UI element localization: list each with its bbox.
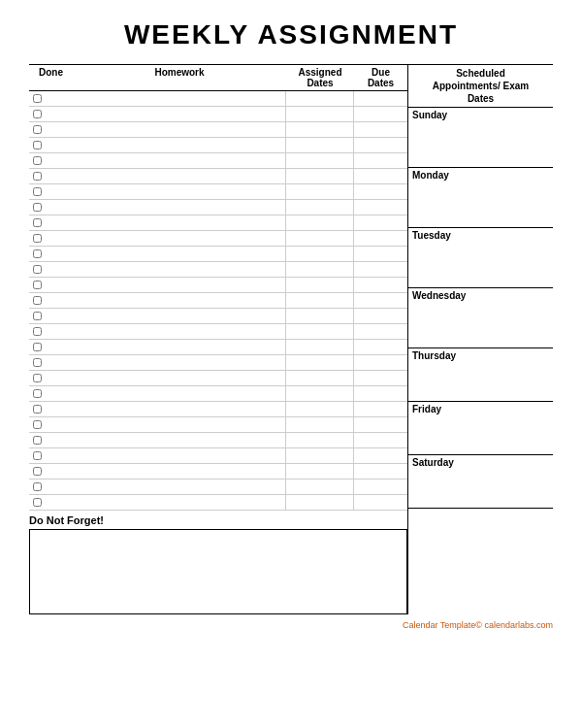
table-row: [29, 262, 407, 278]
checkbox-input[interactable]: [33, 358, 42, 367]
row-checkbox[interactable]: [29, 405, 73, 414]
row-checkbox[interactable]: [29, 374, 73, 382]
due-cell: [354, 247, 407, 261]
left-section: Done Homework Assigned Dates Due Dates: [29, 64, 407, 614]
row-checkbox[interactable]: [29, 94, 73, 103]
homework-cell: [73, 278, 286, 292]
assigned-cell: [286, 138, 354, 152]
col-header-assigned: Assigned Dates: [286, 67, 354, 88]
due-cell: [354, 371, 407, 385]
row-checkbox[interactable]: [29, 156, 73, 165]
due-cell: [354, 324, 407, 339]
row-checkbox[interactable]: [29, 249, 73, 258]
row-checkbox[interactable]: [29, 234, 73, 243]
table-row: [29, 138, 407, 153]
row-checkbox[interactable]: [29, 389, 73, 398]
row-checkbox[interactable]: [29, 312, 73, 320]
checkbox-input[interactable]: [33, 125, 42, 134]
checkbox-input[interactable]: [33, 281, 42, 289]
table-row: [29, 153, 407, 169]
homework-cell: [73, 107, 286, 121]
row-checkbox[interactable]: [29, 420, 73, 429]
checkbox-input[interactable]: [33, 187, 42, 196]
row-checkbox[interactable]: [29, 358, 73, 367]
row-checkbox[interactable]: [29, 203, 73, 212]
do-not-forget-box[interactable]: [29, 529, 407, 614]
homework-cell: [73, 448, 286, 463]
assigned-cell: [286, 122, 354, 137]
table-row: [29, 340, 407, 355]
checkbox-input[interactable]: [33, 203, 42, 212]
homework-cell: [73, 215, 286, 230]
checkbox-input[interactable]: [33, 467, 42, 476]
table-row: [29, 309, 407, 324]
table-row: [29, 91, 407, 107]
row-checkbox[interactable]: [29, 343, 73, 351]
day-block: Monday: [408, 168, 553, 228]
row-checkbox[interactable]: [29, 498, 73, 507]
col-header-homework: Homework: [73, 67, 286, 88]
assigned-cell: [286, 448, 354, 463]
checkbox-input[interactable]: [33, 110, 42, 118]
homework-cell: [73, 355, 286, 370]
checkbox-input[interactable]: [33, 327, 42, 336]
day-block: Tuesday: [408, 228, 553, 288]
assigned-cell: [286, 247, 354, 261]
checkbox-input[interactable]: [33, 374, 42, 382]
table-row: [29, 386, 407, 402]
row-checkbox[interactable]: [29, 327, 73, 336]
table-row: [29, 293, 407, 309]
table-row: [29, 107, 407, 122]
assigned-cell: [286, 184, 354, 199]
row-checkbox[interactable]: [29, 281, 73, 289]
checkbox-input[interactable]: [33, 343, 42, 351]
checkbox-input[interactable]: [33, 172, 42, 181]
row-checkbox[interactable]: [29, 125, 73, 134]
homework-cell: [73, 371, 286, 385]
checkbox-input[interactable]: [33, 312, 42, 320]
checkbox-input[interactable]: [33, 296, 42, 305]
assigned-cell: [286, 340, 354, 354]
row-checkbox[interactable]: [29, 187, 73, 196]
checkbox-input[interactable]: [33, 234, 42, 243]
homework-cell: [73, 495, 286, 510]
assigned-cell: [286, 169, 354, 183]
checkbox-input[interactable]: [33, 405, 42, 414]
checkbox-input[interactable]: [33, 389, 42, 398]
assigned-cell: [286, 402, 354, 416]
checkbox-input[interactable]: [33, 436, 42, 445]
row-checkbox[interactable]: [29, 265, 73, 274]
checkbox-input[interactable]: [33, 218, 42, 227]
checkbox-input[interactable]: [33, 451, 42, 460]
checkbox-input[interactable]: [33, 249, 42, 258]
due-cell: [354, 340, 407, 354]
table-row: [29, 231, 407, 247]
row-checkbox[interactable]: [29, 172, 73, 181]
checkbox-input[interactable]: [33, 94, 42, 103]
checkbox-input[interactable]: [33, 420, 42, 429]
due-cell: [354, 200, 407, 215]
day-block: Wednesday: [408, 288, 553, 348]
row-checkbox[interactable]: [29, 467, 73, 476]
day-label: Wednesday: [412, 290, 549, 301]
checkbox-input[interactable]: [33, 141, 42, 149]
day-block: Thursday: [408, 348, 553, 402]
checkbox-input[interactable]: [33, 156, 42, 165]
homework-cell: [73, 324, 286, 339]
checkbox-input[interactable]: [33, 265, 42, 274]
row-checkbox[interactable]: [29, 436, 73, 445]
row-checkbox[interactable]: [29, 141, 73, 149]
row-checkbox[interactable]: [29, 451, 73, 460]
due-cell: [354, 91, 407, 106]
row-checkbox[interactable]: [29, 482, 73, 491]
row-checkbox[interactable]: [29, 296, 73, 305]
table-row: [29, 355, 407, 371]
row-checkbox[interactable]: [29, 218, 73, 227]
checkbox-input[interactable]: [33, 482, 42, 491]
due-cell: [354, 215, 407, 230]
row-checkbox[interactable]: [29, 110, 73, 118]
homework-cell: [73, 417, 286, 432]
checkbox-input[interactable]: [33, 498, 42, 507]
homework-cell: [73, 293, 286, 308]
table-row: [29, 417, 407, 433]
